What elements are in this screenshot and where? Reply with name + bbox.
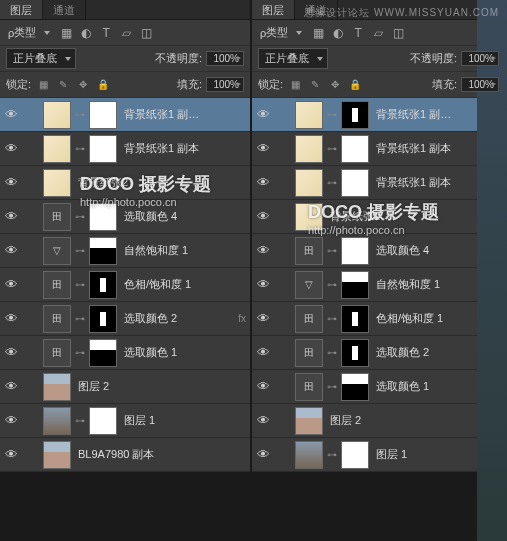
layer-name[interactable]: BL9A7980 副本 bbox=[78, 447, 154, 462]
filter-shape-icon[interactable]: ▱ bbox=[118, 25, 134, 41]
layer-name[interactable]: 选取颜色 4 bbox=[124, 209, 177, 224]
layer-name[interactable]: 选取颜色 2 bbox=[124, 311, 177, 326]
layer-row[interactable]: 👁背景纸张2 bbox=[252, 200, 505, 234]
filter-type-select[interactable]: ρ 类型 bbox=[258, 23, 306, 42]
visibility-toggle[interactable]: 👁 bbox=[0, 175, 22, 190]
layer-row[interactable]: 👁田⊶选取颜色 2fx bbox=[252, 336, 505, 370]
layer-row[interactable]: 👁田⊶色相/饱和度 1 bbox=[0, 268, 250, 302]
visibility-toggle[interactable]: 👁 bbox=[0, 345, 22, 360]
visibility-toggle[interactable]: 👁 bbox=[252, 311, 274, 326]
filter-shape-icon[interactable]: ▱ bbox=[370, 25, 386, 41]
layer-name[interactable]: 图层 2 bbox=[330, 413, 361, 428]
link-icon[interactable]: ⊶ bbox=[327, 245, 337, 256]
layer-name[interactable]: 色相/饱和度 1 bbox=[376, 311, 443, 326]
layer-name[interactable]: 自然饱和度 1 bbox=[376, 277, 440, 292]
visibility-toggle[interactable]: 👁 bbox=[0, 107, 22, 122]
layer-name[interactable]: 背景纸张2 bbox=[330, 209, 380, 224]
visibility-toggle[interactable]: 👁 bbox=[0, 209, 22, 224]
fill-input[interactable]: 100% bbox=[206, 77, 244, 92]
layer-row[interactable]: 👁⊶背景纸张1 副本 bbox=[0, 132, 250, 166]
layer-name[interactable]: 选取颜色 4 bbox=[376, 243, 429, 258]
filter-smart-icon[interactable]: ◫ bbox=[390, 25, 406, 41]
layer-name[interactable]: 背景纸张1 副本 bbox=[376, 141, 451, 156]
fill-input[interactable]: 100% bbox=[461, 77, 499, 92]
visibility-toggle[interactable]: 👁 bbox=[252, 107, 274, 122]
visibility-toggle[interactable]: 👁 bbox=[0, 141, 22, 156]
link-icon[interactable]: ⊶ bbox=[327, 449, 337, 460]
layer-name[interactable]: 背景纸张1 副… bbox=[376, 107, 451, 122]
layer-row[interactable]: 👁田⊶选取颜色 1 bbox=[0, 336, 250, 370]
visibility-toggle[interactable]: 👁 bbox=[252, 413, 274, 428]
link-icon[interactable]: ⊶ bbox=[327, 279, 337, 290]
layer-name[interactable]: 背景纸张1 副本 bbox=[376, 175, 451, 190]
tab-layers[interactable]: 图层 bbox=[0, 0, 43, 19]
layer-name[interactable]: 背景纸张1 副… bbox=[124, 107, 199, 122]
lock-all-icon[interactable]: 🔒 bbox=[348, 78, 362, 92]
opacity-input[interactable]: 100% bbox=[206, 51, 244, 66]
layer-row[interactable]: 👁田⊶选取颜色 4 bbox=[252, 234, 505, 268]
layer-row[interactable]: 👁图层 2 bbox=[252, 404, 505, 438]
filter-pixel-icon[interactable]: ▦ bbox=[310, 25, 326, 41]
filter-smart-icon[interactable]: ◫ bbox=[138, 25, 154, 41]
layer-name[interactable]: 选取颜色 2 bbox=[376, 345, 429, 360]
layer-row[interactable]: 👁⊶背景纸张1 副… bbox=[0, 98, 250, 132]
visibility-toggle[interactable]: 👁 bbox=[0, 243, 22, 258]
visibility-toggle[interactable]: 👁 bbox=[252, 175, 274, 190]
link-icon[interactable]: ⊶ bbox=[75, 279, 85, 290]
link-icon[interactable]: ⊶ bbox=[75, 211, 85, 222]
link-icon[interactable]: ⊶ bbox=[75, 245, 85, 256]
link-icon[interactable]: ⊶ bbox=[327, 313, 337, 324]
link-icon[interactable]: ⊶ bbox=[327, 143, 337, 154]
layer-row[interactable]: 👁⊶背景纸张1 副… bbox=[252, 98, 505, 132]
link-icon[interactable]: ⊶ bbox=[75, 109, 85, 120]
layer-name[interactable]: 选取颜色 1 bbox=[124, 345, 177, 360]
visibility-toggle[interactable]: 👁 bbox=[252, 243, 274, 258]
filter-text-icon[interactable]: T bbox=[98, 25, 114, 41]
tab-channels[interactable]: 通道 bbox=[43, 0, 86, 19]
layer-name[interactable]: 色相/饱和度 1 bbox=[124, 277, 191, 292]
layer-row[interactable]: 👁⊶背景纸张1 副本 bbox=[252, 166, 505, 200]
filter-text-icon[interactable]: T bbox=[350, 25, 366, 41]
visibility-toggle[interactable]: 👁 bbox=[252, 209, 274, 224]
blend-mode-select[interactable]: 正片叠底 bbox=[6, 48, 76, 69]
link-icon[interactable]: ⊶ bbox=[75, 143, 85, 154]
layer-name[interactable]: 图层 1 bbox=[376, 447, 407, 462]
link-icon[interactable]: ⊶ bbox=[327, 177, 337, 188]
lock-all-icon[interactable]: 🔒 bbox=[96, 78, 110, 92]
visibility-toggle[interactable]: 👁 bbox=[0, 379, 22, 394]
link-icon[interactable]: ⊶ bbox=[327, 109, 337, 120]
lock-pixels-icon[interactable]: ✎ bbox=[56, 78, 70, 92]
layer-name[interactable]: 背景纸张2 bbox=[78, 175, 128, 190]
link-icon[interactable]: ⊶ bbox=[327, 381, 337, 392]
filter-adjust-icon[interactable]: ◐ bbox=[330, 25, 346, 41]
lock-transparent-icon[interactable]: ▦ bbox=[288, 78, 302, 92]
fx-icon[interactable]: fx bbox=[238, 313, 246, 324]
layer-row[interactable]: 👁田⊶选取颜色 4 bbox=[0, 200, 250, 234]
link-icon[interactable]: ⊶ bbox=[75, 347, 85, 358]
visibility-toggle[interactable]: 👁 bbox=[252, 379, 274, 394]
filter-adjust-icon[interactable]: ◐ bbox=[78, 25, 94, 41]
visibility-toggle[interactable]: 👁 bbox=[0, 413, 22, 428]
layer-name[interactable]: 选取颜色 1 bbox=[376, 379, 429, 394]
link-icon[interactable]: ⊶ bbox=[75, 313, 85, 324]
layer-name[interactable]: 背景纸张1 副本 bbox=[124, 141, 199, 156]
filter-type-select[interactable]: ρ 类型 bbox=[6, 23, 54, 42]
visibility-toggle[interactable]: 👁 bbox=[0, 447, 22, 462]
layer-row[interactable]: 👁背景纸张2 bbox=[0, 166, 250, 200]
tab-layers[interactable]: 图层 bbox=[252, 0, 295, 19]
link-icon[interactable]: ⊶ bbox=[327, 347, 337, 358]
layer-name[interactable]: 图层 1 bbox=[124, 413, 155, 428]
layer-row[interactable]: 👁▽⊶自然饱和度 1 bbox=[252, 268, 505, 302]
filter-pixel-icon[interactable]: ▦ bbox=[58, 25, 74, 41]
visibility-toggle[interactable]: 👁 bbox=[0, 311, 22, 326]
layer-name[interactable]: 图层 2 bbox=[78, 379, 109, 394]
layer-row[interactable]: 👁图层 2 bbox=[0, 370, 250, 404]
lock-transparent-icon[interactable]: ▦ bbox=[36, 78, 50, 92]
layer-row[interactable]: 👁田⊶选取颜色 2fx bbox=[0, 302, 250, 336]
layer-row[interactable]: 👁田⊶选取颜色 1 bbox=[252, 370, 505, 404]
layer-name[interactable]: 自然饱和度 1 bbox=[124, 243, 188, 258]
lock-position-icon[interactable]: ✥ bbox=[328, 78, 342, 92]
link-icon[interactable]: ⊶ bbox=[75, 415, 85, 426]
layer-row[interactable]: 👁⊶背景纸张1 副本 bbox=[252, 132, 505, 166]
lock-pixels-icon[interactable]: ✎ bbox=[308, 78, 322, 92]
